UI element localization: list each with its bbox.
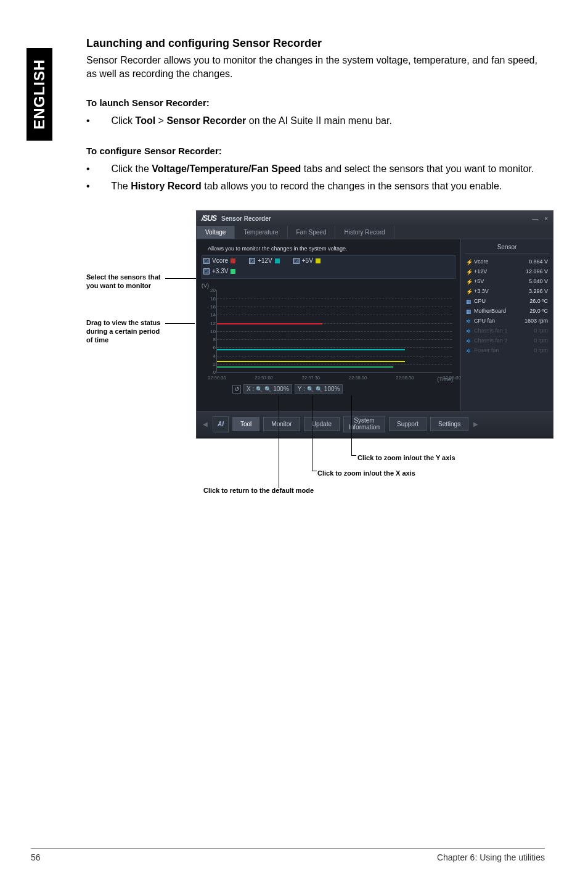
menu-support[interactable]: Support	[389, 417, 427, 431]
sensor-value: 26.0 ºC	[529, 298, 548, 304]
sensor-value: 0 rpm	[534, 347, 548, 353]
sensor-value: 0.864 V	[529, 258, 548, 265]
checkbox-3v3[interactable]: ✓+3.3V	[203, 268, 454, 274]
page-number: 56	[31, 852, 41, 862]
asus-logo: /SUS	[202, 214, 216, 223]
configure-bullet-1: Click the Voltage/Temperature/Fan Speed …	[86, 162, 545, 176]
callout-line	[165, 278, 198, 279]
launch-heading: To launch Sensor Recorder:	[86, 97, 545, 108]
zoom-in-icon[interactable]: 🔍	[256, 386, 263, 392]
callout-select-sensors: Select the sensors that you want to moni…	[86, 273, 166, 291]
tab-voltage[interactable]: Voltage	[197, 226, 235, 239]
minimize-button[interactable]: —	[532, 215, 538, 222]
configure-heading: To configure Sensor Recorder:	[86, 146, 545, 156]
series-12v	[217, 349, 405, 350]
ai-suite-menubar: ◀ AI Tool Monitor Update System Informat…	[197, 411, 553, 437]
sensor-name: +5V	[474, 278, 484, 284]
sensor-tabs: Voltage Temperature Fan Speed History Re…	[197, 226, 553, 239]
zoom-out-icon[interactable]: 🔍	[264, 386, 271, 392]
sensor-row: ⚡+3.3V3.296 V	[465, 286, 549, 296]
sensor-name: +3.3V	[474, 288, 489, 294]
callout-line	[165, 323, 195, 324]
bolt-icon: ⚡	[466, 259, 472, 265]
sensor-name: Vcore	[474, 258, 489, 265]
sensor-row: ✲Chassis fan 20 rpm	[465, 336, 549, 345]
bolt-icon: ⚡	[466, 289, 472, 294]
tab-fan-speed[interactable]: Fan Speed	[288, 226, 336, 239]
sensor-row: ✲Chassis fan 10 rpm	[465, 326, 549, 336]
chip-icon: ▦	[466, 308, 472, 314]
zoom-in-icon[interactable]: 🔍	[307, 386, 314, 392]
panel-hint: Allows you to monitor the changes in the…	[202, 242, 455, 255]
series-vcore	[217, 323, 322, 324]
sensor-name: Chassis fan 1	[474, 328, 508, 334]
sensor-value: 3.296 V	[529, 288, 548, 294]
sensor-name: Power fan	[474, 347, 499, 353]
chapter-label: Chapter 6: Using the utilities	[437, 852, 545, 862]
callout-drag-timeline: Drag to view the status during a certain…	[86, 319, 166, 344]
menu-system-information[interactable]: System Information	[343, 416, 385, 432]
sensor-value: 29.0 ºC	[529, 308, 548, 314]
fan-icon: ✲	[466, 348, 472, 353]
fan-icon: ✲	[466, 318, 472, 324]
sensor-value: 12.096 V	[526, 268, 548, 274]
page-footer: 56 Chapter 6: Using the utilities	[31, 848, 545, 862]
series-5v	[217, 361, 405, 362]
checkbox-12v[interactable]: ✓+12V	[249, 257, 280, 264]
sensor-row: ⚡+12V12.096 V	[465, 266, 549, 276]
section-title: Launching and configuring Sensor Recorde…	[86, 37, 545, 50]
window-title: Sensor Recorder	[221, 215, 271, 222]
sensor-row: ✲CPU fan1603 rpm	[465, 316, 549, 326]
sensor-side-panel: Sensor ⚡Vcore0.864 V⚡+12V12.096 V⚡+5V5.0…	[460, 239, 553, 411]
sensor-row: ✲Power fan0 rpm	[465, 345, 549, 355]
menu-update[interactable]: Update	[304, 417, 340, 431]
menu-monitor[interactable]: Monitor	[263, 417, 300, 431]
callout-reset: Click to return to the default mode	[203, 487, 314, 494]
chip-icon: ▦	[466, 299, 472, 304]
intro-paragraph: Sensor Recorder allows you to monitor th…	[86, 54, 545, 80]
configure-bullet-2: The History Record tab allows you to rec…	[86, 179, 545, 193]
fan-icon: ✲	[466, 338, 472, 344]
zoom-y-control[interactable]: Y : 🔍 🔍 100%	[295, 384, 343, 394]
sensor-name: CPU	[474, 298, 486, 304]
sensor-name: CPU fan	[474, 318, 495, 324]
language-tab-label: ENGLISH	[31, 59, 48, 130]
series-3v3	[217, 366, 393, 368]
sensor-row: ⚡Vcore0.864 V	[465, 257, 549, 266]
sensor-checkboxes: ✓Vcore ✓+12V ✓+5V ✓+3.3V	[202, 255, 455, 279]
menu-tool[interactable]: Tool	[232, 417, 259, 431]
sensor-panel-header: Sensor	[465, 242, 549, 254]
checkbox-5v[interactable]: ✓+5V	[293, 257, 321, 264]
sensor-name: MotherBoard	[474, 308, 506, 314]
bolt-icon: ⚡	[466, 279, 472, 284]
annotated-figure: Select the sensors that you want to moni…	[86, 210, 555, 506]
sensor-name: Chassis fan 2	[474, 337, 508, 344]
menu-settings[interactable]: Settings	[430, 417, 468, 431]
nav-left-icon[interactable]: ◀	[202, 421, 209, 427]
fan-icon: ✲	[466, 328, 472, 334]
zoom-x-control[interactable]: X : 🔍 🔍 100%	[243, 384, 292, 394]
sensor-recorder-window: /SUS Sensor Recorder — × Voltage Tempera…	[196, 210, 553, 439]
sensor-row: ▦MotherBoard29.0 ºC	[465, 306, 549, 316]
sensor-value: 0 rpm	[534, 337, 548, 344]
launch-bullet: Click Tool > Sensor Recorder on the AI S…	[86, 114, 545, 128]
zoom-out-icon[interactable]: 🔍	[316, 386, 322, 392]
checkbox-vcore[interactable]: ✓Vcore	[203, 257, 235, 264]
language-tab: ENGLISH	[27, 48, 52, 141]
zoom-reset-button[interactable]: ↺	[232, 385, 241, 394]
ai-suite-icon[interactable]: AI	[213, 416, 229, 432]
voltage-chart[interactable]: (V) (Time) 0 2 4 6 8 10 12	[202, 283, 455, 394]
sensor-name: +12V	[474, 268, 487, 274]
sensor-row: ⚡+5V5.040 V	[465, 276, 549, 286]
sensor-row: ▦CPU26.0 ºC	[465, 296, 549, 306]
close-button[interactable]: ×	[544, 215, 548, 222]
sensor-value: 1603 rpm	[525, 318, 548, 324]
callout-zoom-y: Click to zoom in/out the Y axis	[357, 454, 455, 461]
tab-history-record[interactable]: History Record	[335, 226, 394, 239]
titlebar: /SUS Sensor Recorder — ×	[197, 211, 553, 226]
nav-right-icon[interactable]: ▶	[472, 421, 480, 427]
sensor-value: 5.040 V	[529, 278, 548, 284]
tab-temperature[interactable]: Temperature	[235, 226, 287, 239]
callout-zoom-x: Click to zoom in/out the X axis	[317, 469, 415, 477]
chart-plot-area[interactable]: 0 2 4 6 8 10 12 14 16 18 20	[216, 290, 452, 373]
